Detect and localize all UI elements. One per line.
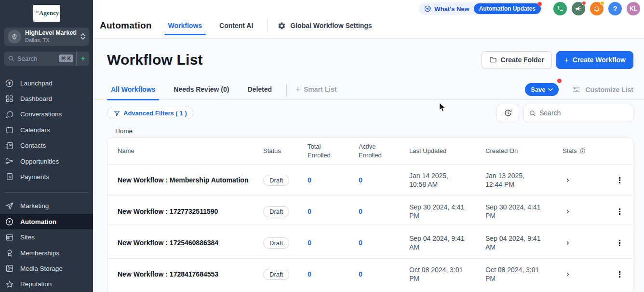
- expand-row-chevron[interactable]: [563, 207, 573, 217]
- expand-row-chevron[interactable]: [563, 269, 573, 279]
- filter-funnel-icon: [114, 110, 120, 116]
- dashboard-icon: [5, 94, 14, 103]
- expand-row-chevron[interactable]: [563, 238, 573, 248]
- medal-icon: [5, 249, 14, 258]
- workflow-name[interactable]: New Workflow : 1725460886384: [107, 239, 263, 247]
- breadcrumb[interactable]: Home: [115, 127, 133, 135]
- total-enrolled-link[interactable]: 0: [308, 270, 311, 278]
- notifications-button[interactable]: [590, 2, 604, 15]
- sidebar-item-label: Conversations: [20, 111, 62, 118]
- active-enrolled-link[interactable]: 0: [359, 208, 362, 215]
- tab-all-workflows[interactable]: All Workflows: [107, 79, 159, 100]
- row-menu-kebab[interactable]: ⋮: [613, 269, 627, 279]
- table-search[interactable]: [523, 104, 633, 122]
- account-name: HighLevel Marketing…: [25, 29, 77, 37]
- history-button[interactable]: [496, 104, 519, 122]
- settings-label: Global Workflow Settings: [290, 22, 372, 29]
- sidebar-item-dashboard[interactable]: Dashboard: [0, 91, 93, 106]
- active-enrolled-link[interactable]: 0: [359, 176, 362, 184]
- active-tab-underline: [164, 34, 206, 35]
- total-enrolled-link[interactable]: 0: [308, 208, 311, 215]
- sidebar-item-payments[interactable]: $ Payments: [0, 169, 93, 184]
- create-folder-label: Create Folder: [501, 56, 544, 64]
- sidebar-item-marketing[interactable]: Marketing: [0, 198, 93, 214]
- sidebar-item-opportunities[interactable]: Opportunities: [0, 153, 93, 169]
- tab-deleted[interactable]: Deleted: [243, 79, 276, 100]
- sidebar-item-label: Reputation: [20, 280, 52, 288]
- account-switcher[interactable]: HighLevel Marketing… Dallas, TX: [4, 28, 89, 46]
- whats-new-button[interactable]: What's New Automation Updates: [419, 2, 542, 15]
- automation-updates-badge[interactable]: Automation Updates: [474, 3, 541, 14]
- column-header-created-on: Created On: [485, 147, 563, 155]
- workflow-name[interactable]: New Workflow : 1727732511590: [107, 208, 263, 215]
- tab-needs-review[interactable]: Needs Review (0): [170, 79, 233, 100]
- announcements-button[interactable]: [572, 2, 585, 15]
- expand-row-chevron[interactable]: [563, 175, 573, 185]
- notification-dot: [537, 2, 542, 6]
- notification-dot: [582, 1, 586, 5]
- table-row: New Workflow : 1727732511590 Draft 0 0 S…: [107, 195, 633, 227]
- sidebar-item-label: Sites: [20, 234, 35, 241]
- vertical-divider: [286, 83, 287, 95]
- customize-list-label: Customize List: [585, 86, 633, 94]
- sidebar-item-sites[interactable]: Sites: [0, 229, 93, 245]
- total-enrolled-link[interactable]: 0: [308, 239, 311, 247]
- column-header-active-enrolled: Active Enrolled: [359, 142, 409, 159]
- create-workflow-button[interactable]: + Create Workflow: [556, 51, 633, 69]
- tab-content-ai[interactable]: Content AI: [216, 22, 256, 29]
- phone-button[interactable]: [553, 2, 567, 15]
- global-workflow-settings-button[interactable]: Global Workflow Settings: [278, 22, 372, 30]
- sidebar-search-input[interactable]: [14, 55, 59, 62]
- row-menu-kebab[interactable]: ⋮: [613, 207, 627, 217]
- sidebar-search[interactable]: ⌘ K: [4, 52, 89, 66]
- calendar-icon: [5, 125, 14, 135]
- logo-name: Agency: [39, 9, 59, 17]
- smart-list-button[interactable]: + Smart List: [295, 84, 336, 94]
- create-folder-button[interactable]: Create Folder: [482, 51, 552, 69]
- active-enrolled-link[interactable]: 0: [359, 270, 362, 278]
- created-on-value: Sep 30 2024, 4:41 PM: [485, 203, 542, 220]
- advanced-filters-label: Advanced Filters ( 1 ): [123, 110, 187, 117]
- ai-spark-icon[interactable]: [76, 52, 89, 66]
- advanced-filters-button[interactable]: Advanced Filters ( 1 ): [107, 107, 193, 119]
- menu-divider: [5, 192, 88, 193]
- help-button[interactable]: ?: [608, 2, 622, 15]
- sidebar-item-automation[interactable]: Automation: [0, 214, 93, 229]
- notification-dot: [600, 1, 604, 5]
- sites-icon: [5, 233, 14, 242]
- workflow-name[interactable]: New Workflow : 1728417684553: [107, 270, 263, 278]
- last-updated-value: Sep 30 2024, 4:41 PM: [409, 203, 466, 220]
- sidebar-item-label: Automation: [20, 218, 56, 225]
- sidebar-item-contacts[interactable]: Contacts: [0, 138, 93, 153]
- save-button[interactable]: Save: [525, 83, 559, 96]
- agency-logo[interactable]: TheAgency: [33, 5, 60, 22]
- table-body: New Workflow : Membership Automation Dra…: [107, 164, 633, 290]
- svg-text:$: $: [8, 175, 11, 179]
- sidebar-item-conversations[interactable]: Conversations: [0, 107, 93, 122]
- customize-list-button[interactable]: Customize List: [572, 85, 633, 94]
- row-menu-kebab[interactable]: ⋮: [613, 238, 627, 248]
- active-enrolled-link[interactable]: 0: [359, 239, 362, 247]
- search-icon: [8, 55, 14, 62]
- sidebar-item-memberships[interactable]: Memberships: [0, 245, 93, 261]
- total-enrolled-link[interactable]: 0: [308, 176, 311, 184]
- launchpad-icon: [5, 79, 14, 88]
- image-icon: [5, 264, 14, 273]
- create-workflow-label: Create Workflow: [573, 56, 626, 64]
- workflow-name[interactable]: New Workflow : Membership Automation: [107, 176, 263, 184]
- sidebar-item-calendars[interactable]: Calendars: [0, 122, 93, 138]
- row-menu-kebab[interactable]: ⋮: [613, 175, 627, 185]
- automation-icon: [5, 217, 14, 226]
- sidebar-item-launchpad[interactable]: Launchpad: [0, 75, 93, 91]
- sidebar-item-label: Dashboard: [20, 95, 52, 102]
- info-icon[interactable]: [579, 148, 586, 154]
- sidebar-item-reputation[interactable]: Reputation: [0, 277, 93, 292]
- sidebar-item-label: Payments: [20, 173, 49, 181]
- column-header-last-updated: Last Updated: [409, 147, 485, 155]
- tab-label: Workflows: [168, 22, 202, 29]
- user-avatar[interactable]: KL: [627, 2, 640, 15]
- sidebar-item-media-storage[interactable]: Media Storage: [0, 261, 93, 276]
- tab-workflows[interactable]: Workflows: [165, 22, 205, 29]
- table-search-input[interactable]: [539, 109, 628, 117]
- status-badge: Draft: [263, 175, 289, 186]
